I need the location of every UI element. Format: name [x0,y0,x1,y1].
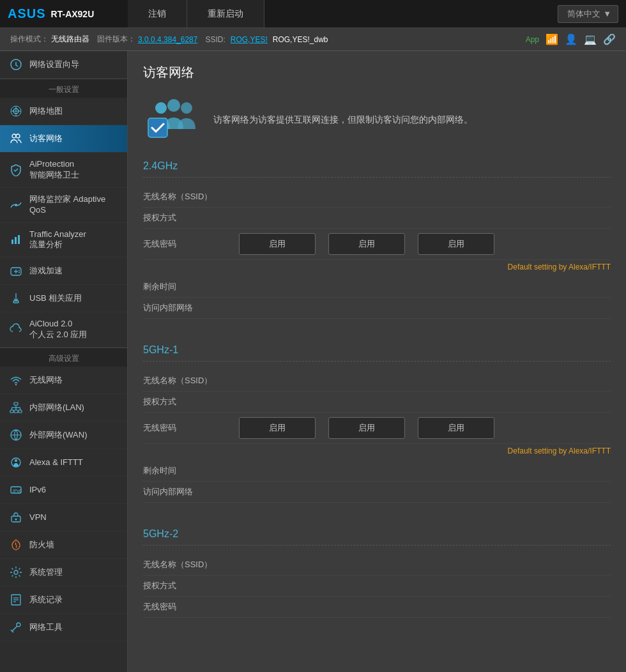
guest-network-icon [9,132,23,146]
monitor-icon: 💻 [584,33,597,45]
firmware-link[interactable]: 3.0.0.4.384_6287 [138,35,197,44]
sidebar-item-alexa[interactable]: Alexa & IFTTT [0,449,127,477]
field-row-access-24: 访问内部网络 [143,298,611,319]
cancel-button[interactable]: 注销 [128,0,187,27]
chevron-down-icon: ▼ [603,9,611,19]
sidebar-item-traffic-analyzer[interactable]: Traffic Analyzer流量分析 [0,223,127,258]
aicloud-icon [9,323,23,337]
sidebar-section-general: 一般设置 [0,79,127,98]
enable-button-24-2[interactable]: 启用 [328,233,405,255]
wireless-icon [9,373,23,387]
firmware-label: 固件版本： [97,34,135,45]
logo-model: RT-AX92U [51,9,95,19]
logo-asus: ASUS [8,6,46,21]
intro-description: 访客网络为访客提供互联网连接，但限制访客访问您的内部网络。 [213,112,473,126]
section-title-24ghz: 2.4GHz [143,160,611,178]
field-label-ssid: 无线名称（SSID） [143,191,226,202]
ssid-value1[interactable]: ROG,YES! [231,35,268,44]
share-icon: 🔗 [603,33,616,45]
enable-button-24-3[interactable]: 启用 [418,233,494,255]
sidebar-item-system-log[interactable]: 系统记录 [0,586,127,614]
system-admin-icon [9,565,23,579]
top-bar: ASUS RT-AX92U 注销 重新启动 简体中文 ▼ [0,0,626,28]
svg-rect-8 [11,240,13,244]
content-area: 访客网络 [128,51,626,672]
sidebar-item-label: 访客网络 [29,134,63,144]
sidebar-item-ipv6[interactable]: IPv6 IPv6 [0,477,127,504]
sidebar-item-firewall[interactable]: 防火墙 [0,531,127,559]
sidebar-item-adaptive-qos[interactable]: 网络监控家 AdaptiveQoS [0,188,127,223]
restart-button[interactable]: 重新启动 [187,0,264,27]
field-row-password-24: 无线密码 启用 启用 启用 [143,229,611,260]
sidebar-item-ai-protection[interactable]: AiProtection智能网络卫士 [0,153,127,188]
field-label-password-5g1: 无线密码 [143,422,226,434]
enable-button-5g1-2[interactable]: 启用 [328,417,405,439]
sidebar-item-label: Alexa & IFTTT [29,457,83,468]
sidebar-item-usb-apps[interactable]: USB 相关应用 [0,285,127,312]
svg-point-7 [15,204,17,206]
sidebar-item-label: 无线网络 [29,375,63,386]
enable-button-5g1-3[interactable]: 启用 [418,417,494,439]
sidebar-item-wireless[interactable]: 无线网络 [0,367,127,394]
sidebar-item-label: VPN [29,512,47,523]
svg-rect-19 [10,410,13,413]
sidebar-item-label: IPv6 [29,485,46,496]
sidebar-item-label: Traffic Analyzer流量分析 [29,229,86,251]
sidebar-item-label: USB 相关应用 [29,293,82,304]
sidebar-item-label: 游戏加速 [29,266,63,277]
sidebar-item-lan[interactable]: 内部网络(LAN) [0,394,127,422]
svg-point-14 [19,270,20,271]
alexa-text-24: Default setting by Alexa/IFTTT [508,263,611,271]
field-row-ssid-5g1: 无线名称（SSID） [143,370,611,392]
alexa-text-5g1: Default setting by Alexa/IFTTT [508,447,611,455]
sidebar-item-label: 系统管理 [29,567,63,578]
sidebar-item-aicloud[interactable]: AiCloud 2.0个人云 2.0 应用 [0,312,127,347]
ssid-label: SSID: [205,35,225,44]
sidebar-item-game-boost[interactable]: 游戏加速 [0,257,127,285]
field-row-auth-5g1: 授权方式 [143,392,611,413]
field-label-auth-5g1: 授权方式 [143,396,226,408]
sidebar-item-guest-network[interactable]: 访客网络 [0,125,127,153]
sidebar-item-label: 网络地图 [29,106,63,117]
field-row-ssid-5g2: 无线名称（SSID） [143,554,611,576]
status-icons: App 📶 👤 💻 🔗 [526,33,616,45]
sidebar-item-wan[interactable]: 外部网络(WAN) [0,422,127,449]
svg-rect-20 [14,410,18,413]
svg-rect-10 [18,235,20,244]
enable-button-24-1[interactable]: 启用 [239,233,316,255]
network-section-5ghz2: 5GHz-2 无线名称（SSID） 授权方式 无线密码 [143,528,611,618]
language-button[interactable]: 简体中文 ▼ [558,5,618,23]
sidebar-section-advanced: 高级设置 [0,347,127,367]
field-row-time-5g1: 剩余时间 [143,461,611,482]
lang-label: 简体中文 [567,8,600,20]
svg-point-33 [15,519,17,521]
svg-point-41 [167,99,180,112]
field-label-time: 剩余时间 [143,281,226,293]
ai-protection-icon [9,163,23,177]
app-label: App [526,35,539,44]
field-label-access-5g1: 访问内部网络 [143,486,226,498]
firewall-icon [9,538,23,552]
sidebar-item-label: 网络监控家 AdaptiveQoS [29,194,105,216]
network-section-24ghz: 2.4GHz 无线名称（SSID） 授权方式 无线密码 启用 启用 启用 Def… [143,160,611,319]
sidebar-item-vpn[interactable]: VPN [0,504,127,531]
main-layout: 网络设置向导 一般设置 网络地图 访客网络 [0,51,626,672]
enable-button-5g1-1[interactable]: 启用 [239,417,316,439]
sidebar-item-network-tools[interactable]: 网络工具 [0,614,127,641]
sidebar-item-setup-wizard[interactable]: 网络设置向导 [0,51,127,79]
sidebar-item-label: 网络工具 [29,622,63,633]
network-tools-icon [9,620,23,634]
top-nav: 注销 重新启动 [128,0,550,27]
field-label-ssid-5g2: 无线名称（SSID） [143,559,226,570]
svg-rect-18 [14,402,18,405]
user-icon: 👤 [565,33,577,45]
sidebar-item-network-map[interactable]: 网络地图 [0,98,127,125]
field-row-password-5g1: 无线密码 启用 启用 启用 [143,413,611,444]
sidebar-item-label: 外部网络(WAN) [29,430,88,441]
field-row-time-24: 剩余时间 [143,277,611,298]
setup-wizard-icon [9,57,23,72]
sidebar-item-system-admin[interactable]: 系统管理 [0,559,127,586]
mode-value: 无线路由器 [51,34,89,45]
field-row-auth-24: 授权方式 [143,208,611,229]
game-boost-icon [9,264,23,278]
